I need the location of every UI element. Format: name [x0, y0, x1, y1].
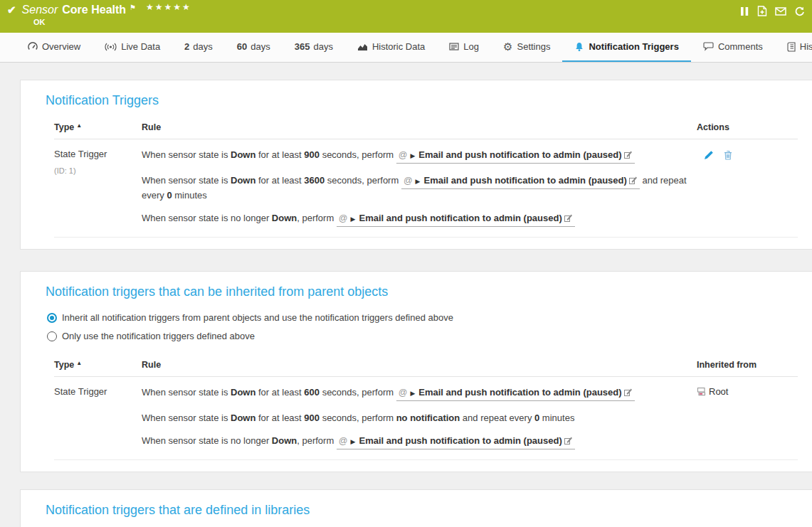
at-icon: @ — [399, 388, 408, 398]
rule-emphasis: Down — [231, 412, 255, 423]
panel-notification-triggers: Notification Triggers Type▲ Rule Actions… — [20, 80, 812, 250]
radio-label: Inherit all notification triggers from p… — [62, 312, 453, 323]
tab-2-days[interactable]: 2 days — [172, 33, 225, 62]
tab-label: Live Data — [121, 41, 160, 52]
pause-icon[interactable] — [740, 6, 749, 16]
notification-link[interactable]: @▶Email and push notification to admin (… — [396, 386, 635, 401]
trigger-rule-cell: When sensor state is Down for at least 9… — [142, 149, 691, 230]
status-ok-check-icon: ✔ — [7, 4, 16, 16]
arrow-icon: ▶ — [351, 215, 356, 223]
rule-emphasis: Down — [231, 387, 255, 398]
rule-emphasis: 3600 — [304, 175, 325, 186]
tab-label: days — [193, 41, 212, 52]
trigger-type: State Trigger — [54, 386, 142, 397]
radio-unselected-icon[interactable] — [47, 331, 57, 341]
tab-label: days — [313, 41, 332, 52]
radio-only-defined[interactable]: Only use the notification triggers defin… — [47, 331, 798, 341]
edit-notification-icon[interactable] — [564, 436, 573, 445]
tab-60-days[interactable]: 60 days — [225, 33, 283, 62]
tab-history[interactable]: History — [775, 33, 812, 62]
live-data-icon — [105, 43, 117, 51]
panel-library-triggers: Notification triggers that are defined i… — [20, 489, 812, 527]
delete-trigger-trash-icon[interactable] — [724, 150, 732, 160]
tab-notification-triggers[interactable]: Notification Triggers — [562, 33, 690, 62]
rule-line: When sensor state is no longer Down, per… — [142, 435, 691, 449]
rule-text: seconds, perform — [325, 175, 401, 186]
rule-line: When sensor state is Down for at least 6… — [142, 386, 691, 401]
email-icon[interactable] — [775, 7, 786, 16]
comment-icon — [703, 42, 714, 51]
edit-notification-icon[interactable] — [624, 150, 633, 159]
rule-emphasis: Down — [272, 213, 297, 223]
rule-text: minutes — [172, 190, 207, 201]
refresh-icon[interactable] — [794, 6, 805, 16]
header-action-icons — [740, 6, 805, 16]
rule-text: seconds, perform — [320, 412, 396, 423]
tab-live-data[interactable]: Live Data — [93, 33, 172, 62]
tab-365-days[interactable]: 365 days — [283, 33, 345, 62]
inherited-from-label: Root — [709, 386, 728, 397]
sensor-header-bar: ✔ Sensor Core Health ⚑ ★★★★★ OK — [0, 0, 812, 33]
priority-flag-icon: ⚑ — [130, 4, 136, 11]
tab-comments[interactable]: Comments — [691, 33, 775, 62]
chart-icon — [357, 43, 368, 51]
tab-settings[interactable]: ⚙ Settings — [491, 33, 562, 62]
rule-text: When sensor state is no longer — [142, 435, 272, 446]
rule-text: When sensor state is no longer — [142, 213, 272, 223]
radio-label: Only use the notification triggers defin… — [62, 331, 255, 341]
notification-name: Email and push notification to admin (pa… — [418, 149, 621, 160]
tab-historic-data[interactable]: Historic Data — [345, 33, 437, 62]
sensor-tab-bar: Overview Live Data 2 days 60 days 365 da… — [0, 33, 812, 63]
panel-inherited-triggers: Notification triggers that can be inheri… — [20, 271, 812, 472]
tab-log[interactable]: Log — [437, 33, 491, 62]
rule-text: When sensor state is — [142, 387, 231, 398]
rule-line: When sensor state is no longer Down, per… — [142, 212, 691, 227]
column-header-type[interactable]: Type▲ — [54, 360, 142, 370]
notification-link[interactable]: @▶Email and push notification to admin (… — [401, 174, 640, 189]
rule-line: When sensor state is Down for at least 9… — [142, 412, 691, 424]
rule-line: When sensor state is Down for at least 9… — [142, 149, 691, 164]
rule-text: for at least — [255, 387, 304, 398]
edit-notification-icon[interactable] — [624, 388, 633, 396]
tab-label: History — [800, 41, 812, 52]
tab-label: Settings — [517, 41, 551, 52]
tab-overview[interactable]: Overview — [16, 33, 93, 62]
sensor-title: Core Health — [62, 4, 126, 16]
column-header-rule: Rule — [142, 360, 691, 370]
add-report-icon[interactable] — [757, 6, 767, 16]
inherited-from-link[interactable]: Root — [691, 386, 798, 452]
edit-notification-icon[interactable] — [629, 176, 638, 184]
arrow-icon: ▶ — [351, 438, 356, 445]
notification-link[interactable]: @▶Email and push notification to admin (… — [396, 149, 635, 164]
edit-trigger-pencil-icon[interactable] — [704, 150, 714, 160]
trigger-actions-cell — [691, 149, 798, 230]
column-header-type[interactable]: Type▲ — [54, 122, 142, 132]
arrow-icon: ▶ — [410, 390, 415, 397]
tab-label: days — [251, 41, 270, 52]
rule-emphasis: Down — [272, 435, 297, 446]
edit-notification-icon[interactable] — [564, 213, 573, 222]
table-row: State Trigger (ID: 1) When sensor state … — [54, 139, 798, 238]
inherited-triggers-table: Type▲ Rule Inherited from State Trigger … — [54, 360, 798, 460]
rule-text: , perform — [297, 213, 337, 223]
gear-icon: ⚙ — [503, 41, 512, 52]
notification-link[interactable]: @▶Email and push notification to admin (… — [337, 212, 575, 227]
notification-name: Email and push notification to admin (pa… — [359, 435, 561, 446]
panel-title: Notification triggers that are defined i… — [46, 503, 798, 518]
radio-selected-icon[interactable] — [47, 313, 57, 323]
rule-text: seconds, perform — [320, 149, 396, 160]
notification-link[interactable]: @▶Email and push notification to admin (… — [337, 435, 575, 449]
radio-inherit-all[interactable]: Inherit all notification triggers from p… — [47, 312, 798, 323]
rule-emphasis: 900 — [304, 412, 320, 423]
at-icon: @ — [399, 150, 408, 160]
rule-text: , perform — [297, 435, 337, 446]
table-header: Type▲ Rule Inherited from — [54, 360, 798, 377]
table-header: Type▲ Rule Actions — [54, 122, 798, 139]
rule-emphasis: 900 — [304, 149, 320, 160]
rule-text: When sensor state is — [142, 412, 231, 423]
notification-name: Email and push notification to admin (pa… — [418, 387, 621, 398]
rule-text: seconds, perform — [320, 387, 396, 398]
rule-text: for at least — [255, 412, 304, 423]
priority-stars[interactable]: ★★★★★ — [146, 2, 191, 12]
tab-number: 60 — [237, 41, 247, 52]
